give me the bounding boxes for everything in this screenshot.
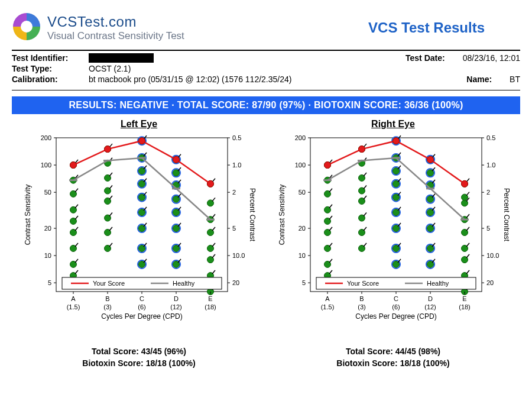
- svg-text:0.5: 0.5: [232, 134, 241, 141]
- left-total-score: Total Score: 43/45 (96%): [82, 346, 195, 358]
- svg-text:(3): (3): [358, 303, 365, 310]
- svg-text:D: D: [174, 295, 179, 302]
- svg-text:100: 100: [41, 161, 51, 169]
- svg-text:20: 20: [486, 279, 494, 286]
- svg-text:200: 200: [41, 134, 51, 141]
- divider: [12, 90, 520, 90]
- svg-line-215: [364, 186, 366, 189]
- svg-point-133: [173, 156, 180, 163]
- svg-text:(1.5): (1.5): [67, 303, 80, 310]
- right-total-score: Total Score: 44/45 (98%): [336, 346, 449, 358]
- svg-text:5: 5: [48, 279, 51, 286]
- test-date-label: Test Date:: [406, 53, 445, 63]
- svg-text:(6): (6): [392, 303, 400, 310]
- svg-text:Your Score: Your Score: [347, 280, 379, 287]
- right-biotoxin-score: Biotoxin Score: 18/18 (100%): [336, 358, 449, 370]
- svg-text:2: 2: [486, 189, 490, 196]
- svg-line-280: [466, 243, 469, 247]
- charts-row: Left Eye 51020501002002010.0521.00.5Cont…: [12, 119, 520, 369]
- svg-line-117: [212, 270, 215, 274]
- chart-scores-right: Total Score: 44/45 (98%) Biotoxin Score:…: [336, 346, 449, 369]
- chart-scores-left: Total Score: 43/45 (96%) Biotoxin Score:…: [82, 346, 195, 369]
- svg-line-34: [75, 243, 78, 247]
- calibration-value: bt macbook pro (05/31/15 @ 12:02) (1576 …: [89, 75, 291, 84]
- test-type-value: OCST (2.1): [89, 64, 131, 73]
- svg-text:10: 10: [299, 252, 306, 259]
- svg-text:Your Score: Your Score: [93, 280, 125, 287]
- chart-svg-right: 51020501002002010.0521.00.5Contrast Sens…: [275, 132, 511, 345]
- svg-text:20: 20: [299, 225, 306, 232]
- svg-text:5: 5: [302, 279, 306, 286]
- svg-text:E: E: [208, 295, 212, 302]
- test-type-label: Test Type:: [12, 64, 89, 73]
- svg-line-197: [329, 216, 332, 219]
- brand: VCSTest.com Visual Contrast Sensitivity …: [12, 12, 184, 44]
- name-value: BT: [510, 75, 520, 84]
- svg-line-213: [364, 196, 366, 199]
- svg-point-292: [359, 146, 365, 153]
- svg-point-131: [105, 146, 111, 153]
- brand-name: VCSTest.com: [47, 14, 184, 30]
- svg-text:Healthy: Healthy: [427, 280, 449, 287]
- svg-text:(12): (12): [424, 303, 436, 310]
- svg-text:B: B: [359, 295, 364, 302]
- name-label: Name:: [466, 75, 492, 84]
- brand-subtitle: Visual Contrast Sensitivity Test: [47, 30, 184, 42]
- chart-right-eye: Right Eye 51020501002002010.0521.00.5Con…: [269, 119, 517, 369]
- svg-line-288: [466, 192, 469, 196]
- svg-text:1.0: 1.0: [232, 161, 241, 169]
- svg-point-291: [325, 162, 331, 169]
- svg-line-201: [329, 189, 332, 192]
- chart-title-left: Left Eye: [121, 119, 157, 130]
- svg-line-48: [109, 243, 112, 247]
- svg-text:0.5: 0.5: [486, 134, 495, 141]
- svg-text:200: 200: [295, 134, 306, 141]
- svg-line-209: [364, 227, 366, 231]
- svg-text:5: 5: [486, 225, 490, 232]
- svg-text:A: A: [71, 295, 76, 302]
- svg-line-125: [212, 214, 215, 218]
- svg-text:20: 20: [44, 225, 51, 232]
- svg-line-276: [466, 270, 469, 274]
- svg-line-40: [75, 205, 78, 208]
- svg-line-278: [466, 254, 469, 258]
- svg-text:100: 100: [295, 161, 306, 169]
- header: VCSTest.com Visual Contrast Sensitivity …: [12, 12, 520, 44]
- svg-text:(18): (18): [459, 303, 471, 310]
- svg-line-121: [212, 243, 215, 247]
- svg-text:B: B: [105, 295, 109, 302]
- svg-line-50: [109, 227, 112, 231]
- svg-line-38: [75, 216, 78, 219]
- svg-text:E: E: [462, 295, 466, 302]
- svg-text:Percent Contrast: Percent Contrast: [248, 188, 257, 242]
- logo-icon: [12, 12, 41, 44]
- svg-line-193: [329, 243, 332, 247]
- svg-text:50: 50: [44, 189, 51, 196]
- calibration-label: Calibration:: [12, 75, 89, 84]
- svg-text:Cycles Per Degree (CPD): Cycles Per Degree (CPD): [355, 312, 436, 321]
- svg-text:10.0: 10.0: [232, 252, 245, 259]
- svg-text:10: 10: [44, 252, 51, 259]
- svg-line-58: [109, 173, 112, 176]
- svg-line-123: [212, 227, 215, 231]
- svg-point-130: [70, 162, 77, 169]
- svg-line-195: [329, 227, 332, 231]
- results-bar: RESULTS: NEGATIVE · TOTAL SCORE: 87/90 (…: [12, 96, 520, 114]
- svg-line-119: [212, 254, 215, 258]
- svg-point-134: [207, 180, 214, 187]
- svg-point-1: [21, 21, 33, 33]
- svg-text:5: 5: [232, 225, 236, 232]
- left-biotoxin-score: Biotoxin Score: 18/18 (100%): [82, 358, 195, 370]
- page-title: VCS Test Results: [368, 20, 485, 36]
- svg-text:(6): (6): [138, 303, 145, 310]
- svg-line-189: [329, 270, 332, 274]
- svg-line-191: [329, 259, 332, 263]
- brand-text: VCSTest.com Visual Contrast Sensitivity …: [47, 14, 184, 42]
- svg-point-132: [139, 138, 145, 144]
- svg-line-211: [364, 213, 366, 216]
- svg-text:Healthy: Healthy: [173, 280, 195, 287]
- svg-text:D: D: [428, 295, 433, 302]
- svg-line-54: [109, 196, 112, 199]
- metadata-block: Test Identifier: Test Date: 08/23/16, 12…: [12, 50, 520, 84]
- svg-line-52: [109, 213, 112, 216]
